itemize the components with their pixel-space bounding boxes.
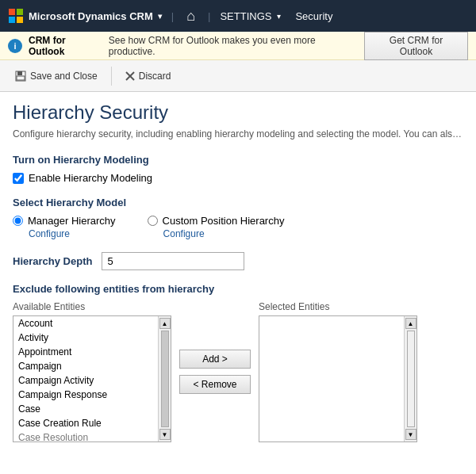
entity-section: Exclude following entities from hierarch… [13,283,463,442]
nav-logo-text: Microsoft Dynamics CRM [29,10,153,22]
hierarchy-model-title: Select Hierarchy Model [13,197,463,208]
manager-hierarchy-option: Manager Hierarchy Configure [13,215,116,239]
page-title: Hierarchy Security [13,101,463,124]
transfer-buttons: Add > < Remove [179,350,251,394]
manager-hierarchy-label[interactable]: Manager Hierarchy [28,215,116,227]
discard-icon [125,71,135,81]
available-entities-label: Available Entities [13,301,171,312]
hierarchy-depth-row: Hierarchy Depth [13,252,463,270]
add-button[interactable]: Add > [179,350,251,369]
selected-scroll-up-arrow[interactable]: ▲ [405,318,416,329]
nav-logo[interactable]: Microsoft Dynamics CRM ▾ [8,8,162,24]
scroll-down-arrow[interactable]: ▼ [159,429,171,440]
custom-position-option: Custom Position Hierarchy Configure [148,215,285,239]
custom-position-radio[interactable] [148,216,158,226]
available-scrollbar[interactable]: ▲ ▼ [158,316,171,442]
save-close-button[interactable]: Save and Close [6,67,106,86]
svg-rect-6 [17,76,25,80]
save-close-icon [15,71,26,82]
list-item[interactable]: Appointment [13,345,158,359]
list-item[interactable]: Campaign Response [13,388,158,402]
manager-hierarchy-row: Manager Hierarchy [13,215,116,227]
custom-position-configure-link[interactable]: Configure [163,228,285,239]
available-entities-listbox[interactable]: Account Activity Appointment Campaign Ca… [13,315,171,442]
hierarchy-modeling-title: Turn on Hierarchy Modeling [13,154,463,166]
info-app-name: CRM for Outlook [29,35,102,57]
nav-settings-chevron: ▾ [277,12,281,21]
enable-hierarchy-row: Enable Hierarchy Modeling [13,172,463,184]
custom-position-label[interactable]: Custom Position Hierarchy [163,215,285,227]
selected-scrollbar[interactable]: ▲ ▼ [404,316,416,442]
selected-scroll-thumb [407,331,415,427]
entity-lists: Available Entities Account Activity Appo… [13,301,463,442]
svg-rect-0 [9,9,15,15]
hierarchy-depth-label: Hierarchy Depth [13,255,92,267]
list-item[interactable]: Activity [13,331,158,345]
nav-settings-label: SETTINGS [220,10,271,22]
nav-settings[interactable]: SETTINGS ▾ [220,10,281,22]
selected-entities-label: Selected Entities [259,301,417,312]
hierarchy-model-radio-group: Manager Hierarchy Configure Custom Posit… [13,215,463,239]
info-icon: i [8,39,22,53]
remove-button[interactable]: < Remove [179,375,251,394]
selected-entities-listbox[interactable]: ▲ ▼ [259,315,417,442]
toolbar-divider [111,67,112,86]
scroll-up-arrow[interactable]: ▲ [159,318,171,329]
nav-security-label: Security [295,10,332,22]
nav-logo-chevron: ▾ [158,12,162,21]
main-content: Hierarchy Security Configure hierarchy s… [0,92,476,452]
ms-logo-icon [8,8,24,24]
svg-rect-3 [17,17,23,23]
custom-position-row: Custom Position Hierarchy [148,215,285,227]
discard-button[interactable]: Discard [117,67,180,86]
svg-rect-5 [17,71,22,75]
info-description: See how CRM for Outlook makes you even m… [109,35,358,57]
manager-hierarchy-configure-link[interactable]: Configure [29,228,116,239]
available-entities-list: Account Activity Appointment Campaign Ca… [13,316,158,442]
scroll-thumb [161,331,169,427]
page-description: Configure hierarchy security, including … [13,128,463,140]
selected-entities-container: Selected Entities ▲ ▼ [259,301,417,442]
discard-label: Discard [139,71,171,82]
nav-separator-2: | [208,10,210,22]
list-item[interactable]: Case [13,402,158,416]
manager-hierarchy-radio[interactable] [13,216,23,226]
list-item[interactable]: Campaign [13,359,158,373]
hierarchy-depth-input[interactable] [102,252,244,270]
hierarchy-modeling-section: Turn on Hierarchy Modeling Enable Hierar… [13,154,463,184]
list-item[interactable]: Case Creation Rule [13,416,158,430]
get-crm-button[interactable]: Get CRM for Outlook [364,32,468,60]
list-item[interactable]: Case Resolution [13,430,158,442]
enable-hierarchy-checkbox[interactable] [13,173,24,184]
available-entities-container: Available Entities Account Activity Appo… [13,301,171,442]
selected-scroll-down-arrow[interactable]: ▼ [405,429,416,440]
toolbar: Save and Close Discard [0,60,476,92]
svg-rect-2 [9,17,15,23]
list-item[interactable]: Account [13,316,158,331]
enable-hierarchy-label[interactable]: Enable Hierarchy Modeling [29,172,152,184]
svg-rect-1 [17,9,23,15]
hierarchy-model-section: Select Hierarchy Model Manager Hierarchy… [13,197,463,239]
top-nav: Microsoft Dynamics CRM ▾ | ⌂ | SETTINGS … [0,0,476,32]
info-bar: i CRM for Outlook See how CRM for Outloo… [0,32,476,60]
nav-home-icon[interactable]: ⌂ [183,8,198,25]
entity-section-title: Exclude following entities from hierarch… [13,283,463,295]
list-item[interactable]: Campaign Activity [13,373,158,388]
nav-separator-1: | [171,10,174,22]
save-close-label: Save and Close [30,71,98,82]
